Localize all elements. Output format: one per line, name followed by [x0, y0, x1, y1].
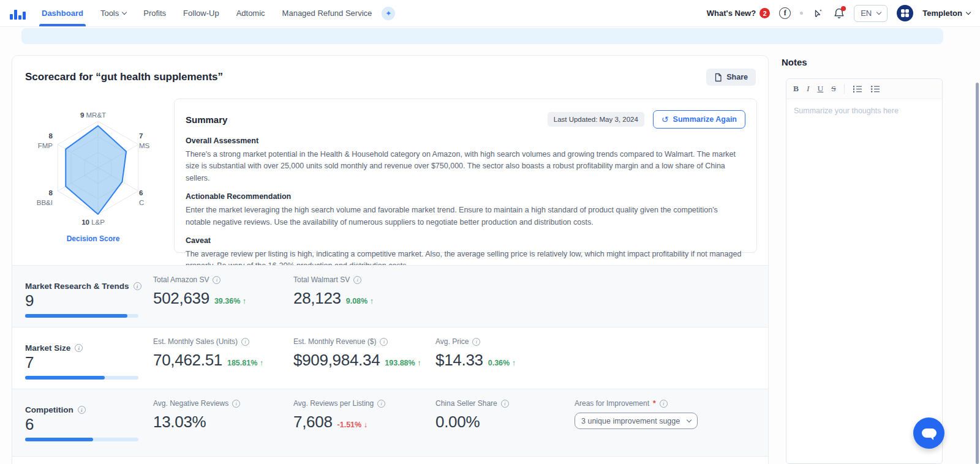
summary-section: Actionable Recommendation Enter the mark… — [186, 192, 745, 228]
section-heading: Overall Assessment — [186, 137, 745, 145]
row-label: Market Research & Trendsi — [25, 282, 141, 291]
areas-for-improvement: Areas for Improvement*i 3 unique improve… — [575, 399, 698, 429]
radar-axis-ms: 7MS — [139, 132, 149, 151]
page-title: Scorecard for “gut health supplements” — [25, 71, 223, 83]
last-updated-badge: Last Updated: May 3, 2024 — [548, 112, 644, 127]
radar-axis-lp: 10 L&P — [12, 218, 174, 228]
share-button[interactable]: Share — [706, 69, 756, 86]
info-icon[interactable]: i — [501, 400, 509, 408]
notifications-bell-icon[interactable] — [834, 7, 845, 20]
metric-monthly-sales: Est. Monthly Sales (Units)i 70,462.51185… — [153, 337, 263, 370]
chat-bubble-icon — [922, 428, 937, 438]
scorecard-card: Scorecard for “gut health supplements” S… — [12, 55, 769, 464]
chat-widget-button[interactable] — [913, 417, 944, 449]
section-heading: Caveat — [186, 236, 745, 245]
info-icon[interactable]: i — [660, 400, 668, 408]
pdf-icon — [714, 73, 722, 82]
chevron-down-icon — [122, 9, 127, 14]
info-icon[interactable]: i — [232, 400, 240, 408]
arrow-up-icon: ↑ — [243, 297, 246, 305]
avatar[interactable] — [897, 5, 913, 21]
row-score: 6 — [25, 415, 34, 434]
metric-avg-negative-reviews: Avg. Negative Reviewsi 13.03% — [153, 399, 240, 432]
nav-item-profits[interactable]: Profits — [143, 0, 166, 26]
vertical-scrollbar[interactable] — [976, 83, 979, 464]
ordered-list-button[interactable] — [853, 85, 862, 93]
metric-monthly-revenue: Est. Monthly Revenue ($)i $909,984.34193… — [293, 337, 421, 370]
summary-panel: Summary Last Updated: May 3, 2024 ↺ Summ… — [174, 99, 757, 253]
info-icon[interactable]: i — [75, 344, 83, 352]
radar-axis-bbi: 8BB&I — [37, 189, 53, 208]
toolbar-divider — [844, 84, 845, 94]
notes-title: Notes — [782, 57, 807, 67]
row-label: Market Sizei — [25, 343, 83, 353]
info-icon[interactable]: i — [78, 406, 86, 414]
nav-item-tools[interactable]: Tools — [100, 0, 126, 26]
info-icon[interactable]: i — [213, 276, 221, 284]
info-icon[interactable]: i — [134, 282, 141, 290]
nav-item-managed-refund-service[interactable]: Managed Refund Service — [282, 0, 372, 26]
app-logo-icon[interactable] — [10, 7, 26, 20]
info-icon[interactable]: i — [353, 276, 361, 284]
chevron-down-icon — [966, 9, 971, 14]
arrow-up-icon: ↑ — [417, 359, 421, 367]
row-market-research-trends: Market Research & Trendsi 9 Total Amazon… — [12, 265, 768, 327]
top-nav: Dashboard Tools Profits Follow-Up Adtomi… — [0, 0, 980, 27]
score-progress-bar — [25, 314, 138, 318]
row-score: 9 — [25, 291, 34, 310]
language-select[interactable]: EN — [854, 5, 888, 22]
chevron-down-icon — [687, 417, 692, 422]
bullet-list-button[interactable] — [870, 85, 880, 93]
summary-title: Summary — [186, 114, 227, 125]
decision-score-link[interactable]: Decision Score — [12, 234, 174, 243]
status-dot — [800, 12, 803, 15]
radar-axis-c: 6C — [139, 189, 144, 208]
product-tour-icon[interactable] — [812, 7, 824, 20]
score-progress-bar — [25, 438, 138, 441]
info-icon[interactable]: i — [241, 338, 249, 346]
facebook-icon[interactable]: f — [779, 7, 791, 19]
chevron-down-icon — [876, 9, 881, 14]
info-icon[interactable]: i — [377, 400, 385, 408]
row-market-size: Market Sizei 7 Est. Monthly Sales (Units… — [12, 327, 768, 389]
metric-china-seller-share: China Seller Sharei 0.00% — [435, 399, 509, 432]
grid-icon — [901, 9, 909, 17]
section-body: There's a strong market potential in the… — [186, 149, 743, 184]
sparkle-icon[interactable]: ✦ — [382, 7, 395, 20]
score-progress-bar — [25, 376, 138, 380]
whats-new-badge: 2 — [760, 8, 770, 18]
row-label: Competitioni — [25, 405, 86, 414]
radar-chart — [46, 116, 150, 220]
bold-button[interactable]: B — [793, 84, 799, 93]
arrow-up-icon: ↑ — [370, 297, 374, 305]
notes-input[interactable]: Summarize your thoughts here — [786, 99, 942, 122]
section-body: Enter the market leveraging the high sea… — [186, 204, 743, 228]
arrow-up-icon: ↑ — [260, 359, 263, 367]
user-menu[interactable]: Templeton — [922, 9, 970, 18]
info-icon[interactable]: i — [472, 338, 480, 346]
summarize-again-button[interactable]: ↺ Summarize Again — [653, 110, 745, 129]
arrow-up-icon: ↑ — [512, 359, 516, 367]
notification-dot — [841, 6, 846, 11]
info-icon[interactable]: i — [380, 338, 388, 346]
radar-axis-mrt: 9 MR&T — [12, 111, 174, 121]
metric-total-walmart-sv: Total Walmart SVi 28,1239.08% ↑ — [293, 275, 374, 308]
announcement-banner — [21, 28, 943, 44]
nav-item-dashboard[interactable]: Dashboard — [42, 0, 83, 26]
notes-toolbar: B I U S — [786, 79, 942, 99]
radar-axis-fmp: 8FMP — [38, 132, 53, 151]
nav-item-adtomic[interactable]: Adtomic — [236, 0, 265, 26]
underline-button[interactable]: U — [818, 84, 824, 93]
metric-total-amazon-sv: Total Amazon SVi 502,63939.36% ↑ — [153, 275, 246, 308]
whats-new-link[interactable]: What's New? 2 — [707, 8, 770, 18]
section-heading: Actionable Recommendation — [186, 192, 745, 201]
metric-avg-price: Avg. Pricei $14.330.36% ↑ — [435, 337, 516, 370]
arrow-down-icon: ↓ — [364, 421, 368, 429]
improvement-select[interactable]: 3 unique improvement sugge — [575, 413, 698, 429]
strikethrough-button[interactable]: S — [831, 84, 836, 93]
notes-editor: B I U S Summarize your thoughts here — [786, 78, 943, 464]
row-score: 7 — [25, 353, 34, 372]
nav-item-follow-up[interactable]: Follow-Up — [183, 0, 219, 26]
italic-button[interactable]: I — [807, 84, 810, 93]
nav-right: What's New? 2 f EN Templeton — [707, 5, 970, 22]
